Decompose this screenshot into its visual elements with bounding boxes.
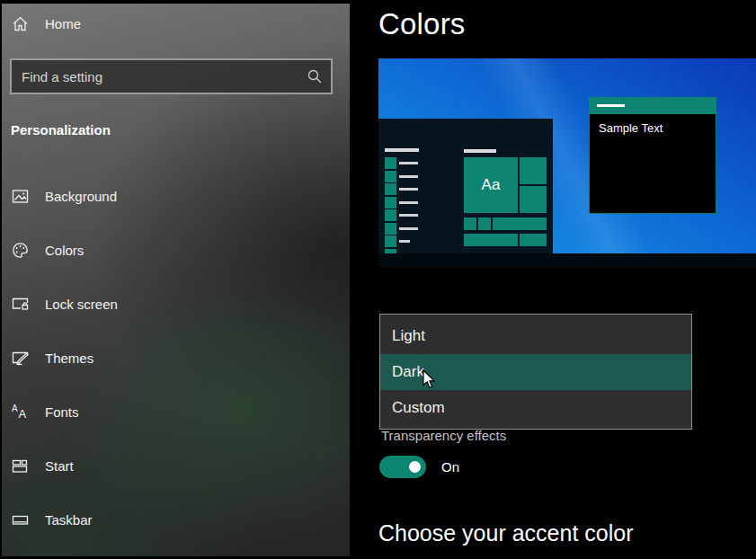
taskbar-icon [11, 510, 30, 529]
titlebar-dash [597, 104, 625, 107]
menu-square [385, 171, 396, 182]
sidebar-item-label: Colors [45, 243, 84, 258]
sidebar-section-heading: Personalization [11, 122, 111, 138]
tiles-header-dash [464, 149, 496, 153]
sidebar-item-home[interactable]: Home [11, 14, 81, 33]
home-icon [11, 14, 30, 33]
svg-text:A: A [12, 404, 18, 413]
settings-sidebar: Home Personalization Background [0, 0, 350, 559]
menu-dash [399, 175, 418, 178]
tile [520, 234, 547, 246]
window-edge [0, 0, 2, 559]
menu-header-dash [385, 148, 419, 152]
svg-text:A: A [19, 407, 27, 421]
preview-taskbar [378, 253, 756, 267]
settings-window: Home Personalization Background [0, 0, 756, 559]
lock-screen-icon [11, 295, 30, 314]
tile [493, 217, 547, 230]
palette-icon [11, 241, 30, 260]
tile [520, 186, 547, 213]
sample-window-titlebar [589, 97, 716, 114]
tile-label: Aa [482, 176, 501, 194]
sidebar-item-taskbar[interactable]: Taskbar [0, 501, 350, 537]
preview-font-tile: Aa [464, 157, 518, 213]
sidebar-home-label: Home [45, 16, 81, 31]
dropdown-option-light[interactable]: Light [380, 318, 691, 354]
menu-dash [399, 214, 418, 217]
menu-square [385, 223, 396, 235]
sidebar-item-colors[interactable]: Colors [0, 232, 350, 268]
accent-color-heading: Choose your accent color [378, 520, 633, 546]
image-icon [11, 187, 30, 206]
dropdown-option-custom[interactable]: Custom [380, 390, 691, 426]
menu-square [385, 235, 396, 247]
sidebar-item-themes[interactable]: Themes [0, 340, 350, 376]
sidebar-item-label: Taskbar [45, 512, 93, 528]
search-icon[interactable] [307, 68, 323, 84]
sample-window-text: Sample Text [599, 121, 663, 135]
toggle-state-label: On [441, 459, 459, 475]
start-icon [11, 457, 30, 475]
window-edge [0, 0, 350, 4]
fonts-icon: A A [11, 403, 30, 421]
tile [464, 234, 518, 246]
sidebar-item-label: Start [45, 458, 74, 474]
sidebar-nav: Background Colors Lock screen [0, 178, 350, 537]
sidebar-item-label: Background [45, 189, 117, 204]
toggle-knob [409, 461, 421, 473]
theme-preview: Aa Sample Text [378, 58, 756, 267]
sidebar-item-background[interactable]: Background [0, 178, 350, 214]
tile [520, 157, 547, 184]
menu-dash [399, 162, 418, 164]
menu-square [385, 183, 396, 195]
menu-dash [399, 188, 418, 191]
tile [464, 217, 476, 230]
sidebar-item-lock-screen[interactable]: Lock screen [0, 286, 350, 322]
page-title: Colors [378, 7, 466, 41]
sidebar-item-label: Lock screen [45, 297, 118, 312]
transparency-toggle[interactable] [379, 456, 426, 478]
menu-square [385, 197, 396, 209]
transparency-effects-label: Transparency effects [381, 428, 506, 443]
themes-icon [11, 349, 30, 368]
colors-settings-page: Colors [350, 0, 756, 559]
menu-dash [399, 227, 418, 230]
search-box [10, 58, 333, 94]
menu-square [385, 157, 396, 169]
sidebar-item-label: Themes [45, 350, 93, 366]
menu-square [385, 209, 396, 221]
menu-dash [399, 240, 410, 243]
mouse-cursor [422, 369, 438, 391]
sidebar-item-fonts[interactable]: A A Fonts [0, 394, 350, 430]
tile [478, 217, 491, 230]
preview-sample-window: Sample Text [589, 97, 716, 214]
sidebar-item-label: Fonts [45, 404, 79, 420]
preview-start-menu: Aa [378, 119, 553, 253]
sidebar-item-start[interactable]: Start [0, 448, 350, 484]
search-input[interactable] [12, 60, 331, 93]
menu-dash [399, 201, 418, 204]
